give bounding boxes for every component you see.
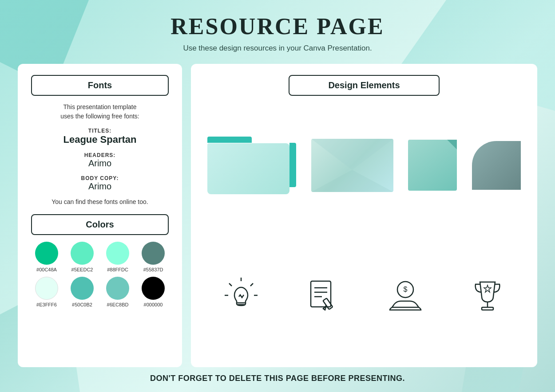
svg-marker-0	[311, 139, 393, 170]
folder-spine	[289, 143, 296, 187]
body-font-entry: BODY COPY: Arimo	[31, 175, 169, 192]
svg-marker-14	[323, 306, 326, 310]
lightbulb-icon-element	[214, 273, 268, 318]
body-label: BODY COPY:	[31, 175, 169, 181]
bottom-notice: DON'T FORGET TO DELETE THIS PAGE BEFORE …	[150, 374, 405, 383]
color-hex-7: #6EC8BD	[107, 302, 129, 307]
color-item-2: #5EEDC2	[67, 242, 98, 272]
lightbulb-svg	[221, 275, 261, 315]
quarter-circle-shape	[472, 141, 521, 190]
find-fonts-text: You can find these fonts online too.	[31, 198, 169, 205]
svg-line-3	[250, 283, 253, 286]
color-item-1: #00C48A	[31, 242, 62, 272]
fonts-panel: Fonts This presentation template uses th…	[18, 64, 182, 367]
svg-rect-18	[482, 307, 493, 310]
envelope-shape	[311, 139, 393, 192]
design-elements-grid: $	[204, 105, 524, 356]
color-hex-4: #55837D	[143, 267, 163, 272]
page-subtitle: Use these design resources in your Canva…	[183, 44, 372, 53]
svg-line-5	[229, 283, 232, 286]
note-shape	[408, 140, 457, 191]
svg-marker-19	[484, 285, 491, 292]
color-circle-6	[71, 277, 94, 300]
color-item-7: #6EC8BD	[102, 277, 133, 307]
color-circle-4	[142, 242, 165, 265]
color-item-3: #88FFDC	[102, 242, 133, 272]
color-circle-8	[142, 277, 165, 300]
color-circle-3	[106, 242, 129, 265]
color-item-6: #50C0B2	[67, 277, 98, 307]
money-svg: $	[385, 275, 425, 315]
color-hex-8: #000000	[144, 302, 163, 307]
color-hex-1: #00C48A	[36, 267, 57, 272]
color-circle-7	[106, 277, 129, 300]
colors-header-btn[interactable]: Colors	[31, 214, 169, 235]
color-hex-5: #E3FFF6	[36, 302, 57, 307]
color-hex-2: #5EEDC2	[71, 267, 93, 272]
folder-tab	[207, 137, 252, 143]
icons-row: $	[204, 235, 524, 357]
design-elements-panel: Design Elements	[191, 64, 537, 367]
color-hex-3: #88FFDC	[107, 267, 128, 272]
headers-label: HEADERS:	[31, 152, 169, 158]
document-icon-element	[297, 273, 350, 318]
svg-marker-1	[311, 170, 393, 192]
body-font-name: Arimo	[31, 181, 169, 192]
design-elements-header-btn[interactable]: Design Elements	[289, 75, 440, 96]
headers-font-name: Arimo	[31, 158, 169, 169]
trophy-icon-element	[461, 273, 514, 318]
shapes-row	[204, 105, 524, 226]
color-hex-6: #50C0B2	[72, 302, 92, 307]
color-grid: #00C48A #5EEDC2 #88FFDC #55837D	[31, 242, 169, 307]
envelope-svg	[311, 139, 393, 192]
document-svg	[304, 277, 342, 314]
page-title: RESOURCE PAGE	[170, 13, 385, 39]
svg-text:$: $	[403, 286, 407, 293]
color-item-8: #000000	[138, 277, 169, 307]
main-content: Fonts This presentation template uses th…	[18, 64, 537, 367]
titles-font-name: League Spartan	[31, 134, 169, 145]
titles-font-entry: TITLES: League Spartan	[31, 128, 169, 145]
folder-body	[207, 143, 289, 194]
money-icon-element: $	[379, 273, 432, 318]
fonts-header-btn[interactable]: Fonts	[31, 75, 169, 96]
titles-label: TITLES:	[31, 128, 169, 134]
color-item-4: #55837D	[138, 242, 169, 272]
trophy-svg	[468, 275, 507, 315]
color-item-5: #E3FFF6	[31, 277, 62, 307]
fonts-description: This presentation template uses the foll…	[31, 102, 169, 121]
svg-rect-9	[311, 281, 331, 307]
colors-section: Colors #00C48A #5EEDC2 #88FFDC	[31, 214, 169, 307]
folder-shape	[207, 137, 296, 194]
color-circle-2	[71, 242, 94, 265]
headers-font-entry: HEADERS: Arimo	[31, 152, 169, 169]
color-circle-1	[35, 242, 58, 265]
color-circle-5	[35, 277, 58, 300]
note-corner	[447, 140, 457, 149]
